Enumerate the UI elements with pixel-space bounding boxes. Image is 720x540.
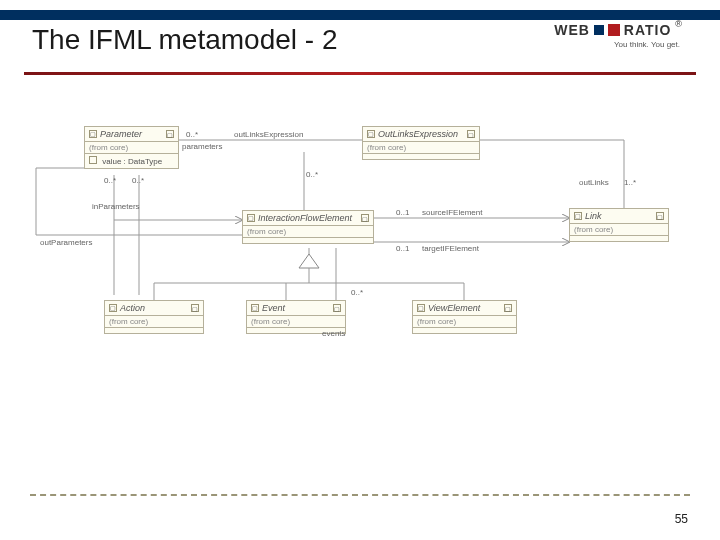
attr-text: value : DataType	[102, 157, 162, 166]
class-package: (from core)	[243, 226, 373, 237]
mult-ole-down: 0..*	[306, 170, 318, 179]
role-events: events	[322, 329, 346, 338]
page-number: 55	[675, 512, 688, 526]
class-package: (from core)	[105, 316, 203, 327]
logo-square-icon	[594, 25, 604, 35]
mult-param-left: 0..*	[104, 176, 116, 185]
class-glyph-icon: ▢	[417, 304, 425, 312]
mult-events: 0..*	[351, 288, 363, 297]
expand-icon: ▢	[166, 130, 174, 138]
class-header: ▢ Event ▢	[247, 301, 345, 316]
class-interaction-flow-element: ▢ InteractionFlowElement ▢ (from core)	[242, 210, 374, 244]
class-glyph-icon: ▢	[247, 214, 255, 222]
logo-star-icon	[608, 24, 620, 36]
class-header: ▢ Action ▢	[105, 301, 203, 316]
class-glyph-icon: ▢	[109, 304, 117, 312]
class-attribute: value : DataType	[85, 153, 178, 168]
class-name: Event	[262, 303, 330, 313]
class-package: (from core)	[85, 142, 178, 153]
mult-param-right: 0..*	[132, 176, 144, 185]
class-name: InteractionFlowElement	[258, 213, 358, 223]
role-in-parameters: inParameters	[92, 202, 140, 211]
class-link: ▢ Link ▢ (from core)	[569, 208, 669, 242]
empty-compartment	[363, 153, 479, 159]
role-outlinks: outLinks	[579, 178, 609, 187]
header-top-bar	[0, 10, 720, 20]
class-header: ▢ OutLinksExpression ▢	[363, 127, 479, 142]
class-header: ▢ Link ▢	[570, 209, 668, 224]
footer-divider	[30, 494, 690, 496]
role-out-parameters: outParameters	[40, 238, 92, 247]
class-package: (from core)	[413, 316, 516, 327]
class-name: Action	[120, 303, 188, 313]
logo-web-text: WEB	[554, 22, 590, 38]
mult-source: 0..1	[396, 208, 409, 217]
empty-compartment	[570, 235, 668, 241]
slide: The IFML metamodel - 2 WEB RATIO ® You t…	[0, 0, 720, 540]
class-package: (from core)	[247, 316, 345, 327]
class-name: OutLinksExpression	[378, 129, 464, 139]
class-header: ▢ ViewElement ▢	[413, 301, 516, 316]
class-glyph-icon: ▢	[251, 304, 259, 312]
empty-compartment	[413, 327, 516, 333]
expand-icon: ▢	[656, 212, 664, 220]
attr-icon	[89, 156, 97, 164]
expand-icon: ▢	[361, 214, 369, 222]
class-name: Parameter	[100, 129, 163, 139]
class-package: (from core)	[363, 142, 479, 153]
class-name: Link	[585, 211, 653, 221]
header-red-rule	[24, 72, 696, 75]
empty-compartment	[105, 327, 203, 333]
class-action: ▢ Action ▢ (from core)	[104, 300, 204, 334]
expand-icon: ▢	[191, 304, 199, 312]
logo-tagline: You think. You get.	[614, 40, 680, 49]
class-glyph-icon: ▢	[367, 130, 375, 138]
expand-icon: ▢	[467, 130, 475, 138]
class-glyph-icon: ▢	[574, 212, 582, 220]
class-outlinks-expression: ▢ OutLinksExpression ▢ (from core)	[362, 126, 480, 160]
uml-diagram: ▢ Parameter ▢ (from core) value : DataTy…	[24, 120, 696, 390]
class-header: ▢ InteractionFlowElement ▢	[243, 211, 373, 226]
class-package: (from core)	[570, 224, 668, 235]
logo-registered-mark: ®	[675, 19, 682, 29]
slide-title: The IFML metamodel - 2	[32, 24, 338, 56]
logo-ratio-text: RATIO	[624, 22, 672, 38]
role-source-ife: sourceIFElement	[422, 208, 482, 217]
expand-icon: ▢	[333, 304, 341, 312]
mult-outlinks: 1..*	[624, 178, 636, 187]
class-header: ▢ Parameter ▢	[85, 127, 178, 142]
expand-icon: ▢	[504, 304, 512, 312]
role-target-ife: targetIFElement	[422, 244, 479, 253]
mult-param-ole: 0..*	[186, 130, 198, 139]
empty-compartment	[243, 237, 373, 243]
role-parameters: parameters	[182, 142, 222, 151]
mult-target: 0..1	[396, 244, 409, 253]
brand-logo: WEB RATIO ®	[554, 22, 682, 38]
role-ole-expression: outLinksExpression	[234, 130, 303, 139]
class-parameter: ▢ Parameter ▢ (from core) value : DataTy…	[84, 126, 179, 169]
class-glyph-icon: ▢	[89, 130, 97, 138]
class-name: ViewElement	[428, 303, 501, 313]
class-view-element: ▢ ViewElement ▢ (from core)	[412, 300, 517, 334]
